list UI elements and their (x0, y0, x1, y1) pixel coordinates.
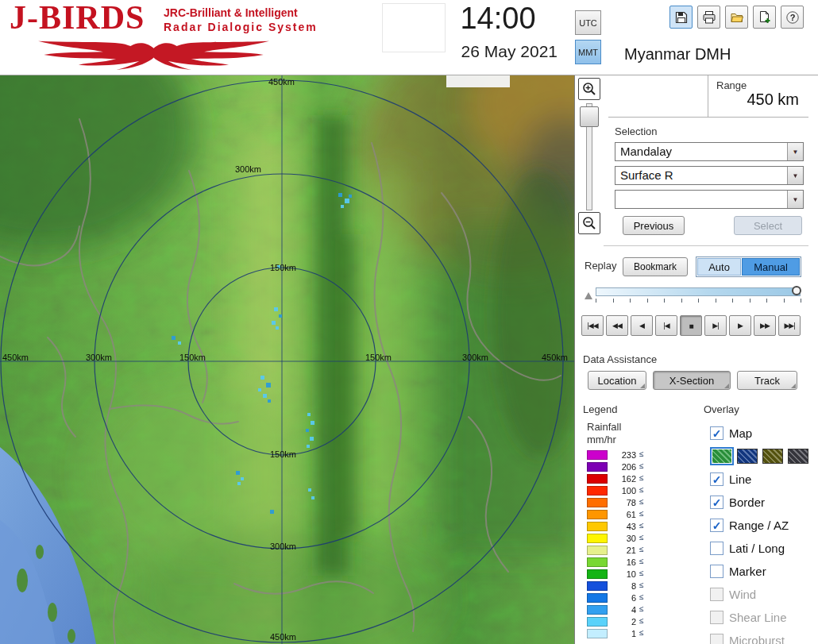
control-panel: Range 450 km Selection Mandalay▼Surface … (574, 75, 818, 644)
utc-button[interactable]: UTC (575, 10, 601, 35)
logo-subtitle-1: JRC-Brilliant & Intelligent (164, 6, 298, 19)
zoom-slider-thumb[interactable] (580, 106, 599, 127)
legend-value: 162 (612, 474, 636, 484)
timeline-position-knob[interactable] (792, 286, 801, 295)
less-equal-symbol: ≤ (639, 616, 644, 625)
transport-button-1[interactable]: ◀◀ (606, 315, 628, 336)
radar-map-canvas[interactable]: 450km300km150km450km300km150km150km300km… (0, 75, 574, 644)
map-style-navy[interactable] (737, 449, 758, 464)
legend-value: 30 (612, 534, 636, 543)
legend-color-swatch (587, 510, 608, 519)
selection-dropdown-2[interactable]: Surface R▼ (615, 166, 804, 185)
legend-row: 61≤ (587, 508, 644, 520)
checkbox[interactable] (710, 542, 723, 555)
less-equal-symbol: ≤ (639, 604, 644, 613)
less-equal-symbol: ≤ (639, 473, 644, 482)
range-value: 450 km (708, 91, 799, 109)
manual-button[interactable]: Manual (742, 258, 800, 276)
transport-button-0[interactable]: |◀◀ (581, 315, 604, 336)
overlay-item-map[interactable]: ✓Map (710, 422, 816, 445)
legend-color-swatch (587, 557, 608, 567)
save-button[interactable] (669, 6, 693, 29)
svg-text:450km: 450km (270, 632, 296, 642)
overlay-item-range-az[interactable]: ✓Range / AZ (710, 514, 816, 537)
export-button[interactable] (753, 6, 776, 29)
selection-dropdown-1[interactable]: Mandalay▼ (615, 142, 804, 161)
dropdown-value (615, 191, 787, 208)
overlay-item-marker[interactable]: Marker (710, 560, 816, 583)
timeline-tick (630, 299, 631, 303)
legend-color-swatch (587, 593, 608, 603)
overlay-item-line[interactable]: ✓Line (710, 468, 816, 491)
transport-controls: |◀◀◀◀◀|◀■▶|▶▶▶▶▶| (581, 315, 801, 336)
checkbox (710, 611, 723, 624)
overlay-item-lati-long[interactable]: Lati / Long (710, 537, 816, 560)
open-folder-button[interactable] (725, 6, 748, 29)
timeline-tick (716, 299, 716, 303)
dropdown-arrow-button[interactable]: ▼ (787, 143, 803, 160)
zoom-in-button[interactable] (578, 78, 600, 100)
data-assistance-track[interactable]: Track (737, 371, 797, 390)
transport-button-7[interactable]: ▶▶ (754, 315, 776, 336)
legend-value: 4 (612, 605, 636, 615)
legend-color-swatch (587, 474, 608, 484)
checkbox (710, 588, 723, 601)
map-style-olive[interactable] (762, 449, 783, 464)
legend-row: 4≤ (587, 604, 644, 615)
data-assistance-x-section[interactable]: X-Section (653, 371, 731, 390)
legend-value: 43 (612, 522, 636, 531)
svg-text:?: ? (789, 13, 795, 22)
legend-color-swatch (587, 486, 608, 496)
transport-button-5[interactable]: ▶| (704, 315, 727, 336)
timeline-tick (664, 299, 665, 303)
checkbox[interactable]: ✓ (710, 519, 723, 532)
separator (604, 245, 808, 246)
svg-text:300km: 300km (86, 353, 112, 362)
dropdown-arrow-button[interactable]: ▼ (787, 167, 803, 184)
checkbox[interactable] (710, 565, 723, 578)
timeline-tick (732, 299, 733, 303)
overlay-item-border[interactable]: ✓Border (710, 491, 816, 514)
checkbox[interactable]: ✓ (710, 472, 723, 486)
legend-row: 233≤ (587, 449, 644, 461)
mmt-button[interactable]: MMT (575, 40, 601, 64)
transport-button-6[interactable]: ▶ (729, 315, 751, 336)
auto-button[interactable]: Auto (697, 258, 741, 276)
less-equal-symbol: ≤ (639, 557, 644, 565)
overlay-item-label: Range / AZ (729, 519, 789, 532)
timeline-tick (784, 299, 785, 303)
legend-color-swatch (587, 569, 608, 579)
zoom-out-button[interactable] (578, 212, 600, 234)
radar-map[interactable]: 450km300km150km450km300km150km150km300km… (0, 75, 574, 644)
timeline-tick (647, 299, 648, 303)
transport-button-4[interactable]: ■ (680, 315, 702, 336)
map-style-green[interactable] (712, 449, 732, 464)
checkbox[interactable]: ✓ (710, 496, 723, 509)
transport-button-2[interactable]: ◀ (631, 315, 653, 336)
selection-dropdown-3[interactable]: ▼ (615, 190, 804, 209)
select-button: Select (734, 216, 802, 235)
legend-value: 61 (612, 510, 636, 519)
transport-button-8[interactable]: ▶▶| (778, 315, 801, 336)
timeline-slider[interactable] (596, 287, 801, 296)
transport-button-3[interactable]: |◀ (655, 315, 677, 336)
legend-row: 10≤ (587, 568, 644, 580)
checkbox[interactable]: ✓ (710, 426, 723, 440)
less-equal-symbol: ≤ (639, 449, 644, 458)
help-button[interactable]: ? (781, 6, 804, 29)
map-style-dark[interactable] (788, 449, 808, 464)
overlay-item-label: Shear Line (729, 611, 787, 624)
legend-row: 206≤ (587, 461, 644, 472)
legend-value: 8 (612, 581, 636, 591)
data-assistance-location[interactable]: Location (588, 371, 646, 390)
svg-text:450km: 450km (268, 77, 295, 87)
dropdown-arrow-button[interactable]: ▼ (787, 191, 803, 208)
previous-button[interactable]: Previous (623, 216, 685, 235)
print-button[interactable] (697, 6, 720, 29)
dropdown-value: Surface R (615, 167, 787, 184)
bookmark-button[interactable]: Bookmark (623, 257, 688, 276)
toolbar: ? (669, 6, 804, 29)
legend-row: 2≤ (587, 615, 644, 627)
timeline-tick (613, 299, 614, 303)
clock-date: 26 May 2021 (426, 42, 558, 61)
